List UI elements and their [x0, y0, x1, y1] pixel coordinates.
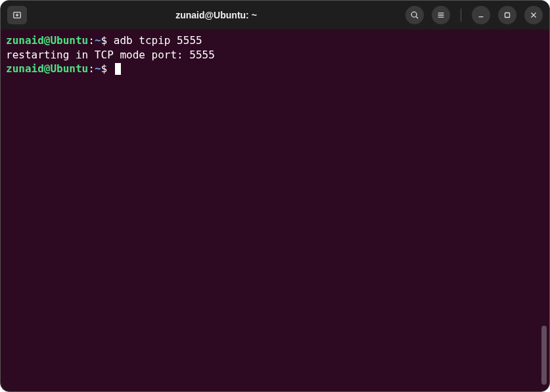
terminal-body[interactable]: zunaid@Ubuntu:~$ adb tcpip 5555 restarti…: [1, 30, 549, 391]
prompt-dollar: $: [101, 34, 114, 47]
prompt-user-host: zunaid@Ubuntu: [6, 34, 88, 47]
maximize-icon: [503, 11, 512, 20]
svg-line-4: [416, 16, 418, 18]
new-tab-icon: [12, 11, 22, 20]
close-button[interactable]: [524, 6, 543, 24]
cursor: [115, 63, 121, 75]
prompt-colon: :: [88, 62, 95, 75]
titlebar: zunaid@Ubuntu: ~: [1, 1, 549, 30]
new-tab-button[interactable]: [7, 6, 27, 24]
hamburger-icon: [436, 11, 446, 20]
search-button[interactable]: [405, 6, 424, 24]
svg-rect-9: [505, 13, 510, 18]
minimize-button[interactable]: [472, 6, 490, 24]
maximize-button[interactable]: [498, 6, 516, 24]
output-text: restarting in TCP mode port: 5555: [6, 49, 215, 61]
minimize-icon: [476, 11, 486, 20]
terminal-line: zunaid@Ubuntu:~$: [6, 62, 544, 76]
prompt-dollar: $: [101, 62, 114, 75]
window-title: zunaid@Ubuntu: ~: [27, 10, 405, 20]
command-text: adb tcpip 5555: [114, 34, 202, 47]
prompt-user-host: zunaid@Ubuntu: [6, 62, 88, 75]
prompt-path: ~: [95, 62, 101, 75]
terminal-output-line: restarting in TCP mode port: 5555: [6, 48, 544, 62]
svg-point-3: [411, 12, 417, 17]
terminal-line: zunaid@Ubuntu:~$ adb tcpip 5555: [6, 33, 544, 48]
scrollbar[interactable]: [541, 326, 547, 385]
search-icon: [410, 11, 419, 20]
close-icon: [529, 11, 538, 20]
prompt-path: ~: [95, 34, 101, 47]
titlebar-divider: [461, 9, 461, 22]
menu-button[interactable]: [432, 6, 450, 24]
terminal-window: zunaid@Ubuntu: ~: [0, 0, 550, 392]
prompt-colon: :: [88, 34, 95, 47]
